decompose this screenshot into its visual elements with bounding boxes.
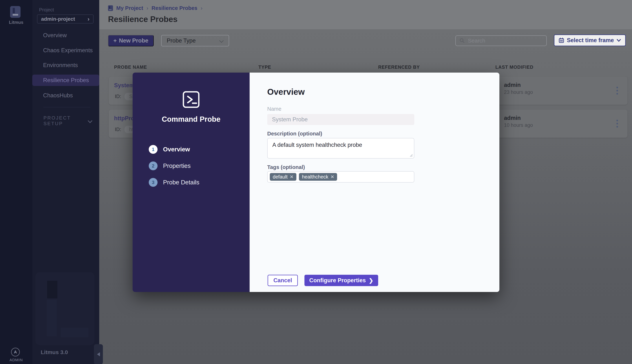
sidebar-item-overview[interactable]: Overview bbox=[32, 30, 99, 41]
page-title: Resilience Probes bbox=[108, 15, 178, 24]
terminal-icon bbox=[182, 91, 200, 108]
new-probe-label: New Probe bbox=[119, 38, 148, 44]
id-label: ID: bbox=[115, 127, 121, 132]
tag-text: default bbox=[273, 174, 288, 180]
search-icon bbox=[459, 38, 465, 44]
user-name: ADMIN bbox=[0, 358, 32, 362]
create-probe-modal: Command Probe 1 Overview 2 Properties 3 … bbox=[133, 72, 499, 292]
sidebar-item-label: Environments bbox=[43, 62, 78, 68]
step-label: Properties bbox=[163, 162, 191, 169]
logo-mark bbox=[13, 14, 18, 16]
modal-stepper-panel: Command Probe 1 Overview 2 Properties 3 … bbox=[133, 72, 250, 292]
select-time-frame-button[interactable]: Select time frame bbox=[554, 34, 626, 46]
column-probe-name: PROBE NAME bbox=[114, 64, 147, 70]
sidebar-item-chaos-experiments[interactable]: Chaos Experiments bbox=[32, 45, 99, 56]
step-number: 2 bbox=[149, 162, 158, 170]
step-properties[interactable]: 2 Properties bbox=[149, 162, 191, 170]
brand-label: Litmus bbox=[0, 20, 32, 25]
tag-chip-default: default ✕ bbox=[270, 173, 296, 181]
description-label: Description (optional) bbox=[267, 131, 322, 137]
breadcrumb-separator: › bbox=[201, 5, 203, 11]
probe-kind-title: Command Probe bbox=[133, 115, 250, 123]
icon-rail: Litmus A ADMIN bbox=[0, 0, 32, 364]
probe-name-link[interactable]: System bbox=[114, 82, 134, 89]
column-referenced-by: REFERENCED BY bbox=[378, 64, 420, 70]
row-menu-button[interactable] bbox=[613, 84, 621, 98]
collapse-arrow-icon bbox=[97, 352, 100, 356]
litmus-logo-icon[interactable] bbox=[10, 6, 21, 18]
sidebar-item-environments[interactable]: Environments bbox=[32, 60, 99, 71]
page-header: My Project › Resilience Probes › Resilie… bbox=[99, 0, 632, 29]
modified-by: admin bbox=[504, 82, 521, 88]
project-label: Project bbox=[39, 7, 54, 13]
description-field[interactable] bbox=[267, 138, 414, 158]
app-root: Litmus A ADMIN Project admin-project › O… bbox=[0, 0, 632, 364]
version-label: Litmus 3.0 bbox=[41, 349, 68, 356]
project-selector[interactable]: admin-project › bbox=[37, 14, 94, 24]
column-last-modified: LAST MODIFIED bbox=[495, 64, 533, 70]
sidebar-item-chaoshubs[interactable]: ChaosHubs bbox=[32, 90, 99, 101]
sidebar-item-resilience-probes[interactable]: Resilience Probes bbox=[32, 74, 99, 86]
breadcrumb-my-project[interactable]: My Project bbox=[116, 5, 143, 11]
probe-type-select[interactable]: Probe Type bbox=[161, 35, 229, 46]
project-name: admin-project bbox=[41, 16, 75, 22]
chevron-down-icon bbox=[220, 39, 224, 43]
name-field[interactable] bbox=[267, 114, 414, 125]
step-overview[interactable]: 1 Overview bbox=[149, 145, 190, 154]
step-probe-details[interactable]: 3 Probe Details bbox=[149, 178, 199, 187]
column-type: TYPE bbox=[258, 64, 271, 70]
tags-label: Tags (optional) bbox=[267, 164, 305, 170]
search-input[interactable]: Search bbox=[455, 35, 547, 46]
tag-chip-healthcheck: healthcheck ✕ bbox=[299, 173, 337, 181]
step-label: Probe Details bbox=[163, 179, 199, 186]
placeholder-block bbox=[47, 281, 58, 298]
search-placeholder: Search bbox=[468, 38, 485, 44]
project-setup-toggle[interactable]: PROJECT SETUP bbox=[44, 115, 91, 126]
chevron-down-icon bbox=[616, 39, 621, 42]
modified-by: admin bbox=[504, 115, 521, 121]
sidebar-item-label: Overview bbox=[43, 32, 67, 39]
cancel-button[interactable]: Cancel bbox=[268, 275, 298, 286]
step-number: 1 bbox=[149, 145, 158, 154]
modified-time: 10 hours ago bbox=[504, 122, 533, 128]
chevron-right-icon: ❯ bbox=[369, 277, 373, 284]
sidebar-item-label: Chaos Experiments bbox=[43, 47, 93, 54]
modal-heading: Overview bbox=[267, 87, 305, 97]
configure-properties-label: Configure Properties bbox=[309, 277, 366, 284]
sidebar-promo-placeholder bbox=[36, 272, 95, 345]
name-label: Name bbox=[267, 106, 281, 112]
id-label: ID: bbox=[115, 94, 121, 99]
calendar-icon bbox=[558, 38, 564, 43]
probe-type-value: Probe Type bbox=[167, 38, 196, 44]
remove-tag-icon[interactable]: ✕ bbox=[330, 174, 334, 180]
row-menu-button[interactable] bbox=[613, 116, 621, 130]
sidebar-divider bbox=[44, 107, 91, 108]
project-setup-label: PROJECT SETUP bbox=[44, 115, 81, 126]
configure-properties-button[interactable]: Configure Properties ❯ bbox=[304, 275, 378, 286]
litmus-breadcrumb-icon bbox=[108, 5, 113, 11]
sidebar-item-label: Resilience Probes bbox=[43, 77, 89, 84]
sidebar-item-label: ChaosHubs bbox=[43, 92, 73, 99]
step-number: 3 bbox=[149, 178, 158, 187]
new-probe-button[interactable]: + New Probe bbox=[108, 35, 154, 46]
sidebar: Project admin-project › Overview Chaos E… bbox=[32, 0, 99, 364]
plus-icon: + bbox=[113, 38, 117, 44]
modified-time: 23 hours ago bbox=[504, 90, 533, 95]
breadcrumb: My Project › Resilience Probes › bbox=[108, 5, 203, 11]
chevron-down-icon bbox=[88, 119, 91, 123]
user-avatar[interactable]: A bbox=[11, 348, 20, 356]
tags-input[interactable]: default ✕ healthcheck ✕ bbox=[267, 171, 414, 182]
remove-tag-icon[interactable]: ✕ bbox=[290, 174, 293, 180]
tag-text: healthcheck bbox=[302, 174, 328, 180]
modal-form-panel: Overview Name Description (optional) Tag… bbox=[250, 72, 499, 292]
logo-mark bbox=[13, 8, 15, 14]
sidebar-collapse-button[interactable] bbox=[94, 344, 103, 364]
placeholder-block bbox=[61, 328, 88, 337]
breadcrumb-separator: › bbox=[147, 5, 148, 11]
probe-name-link[interactable]: httpPro bbox=[114, 115, 134, 122]
placeholder-block bbox=[47, 300, 57, 336]
step-label: Overview bbox=[163, 146, 190, 153]
chevron-right-icon: › bbox=[88, 16, 90, 22]
time-frame-label: Select time frame bbox=[567, 37, 614, 44]
breadcrumb-resilience-probes[interactable]: Resilience Probes bbox=[152, 5, 197, 11]
